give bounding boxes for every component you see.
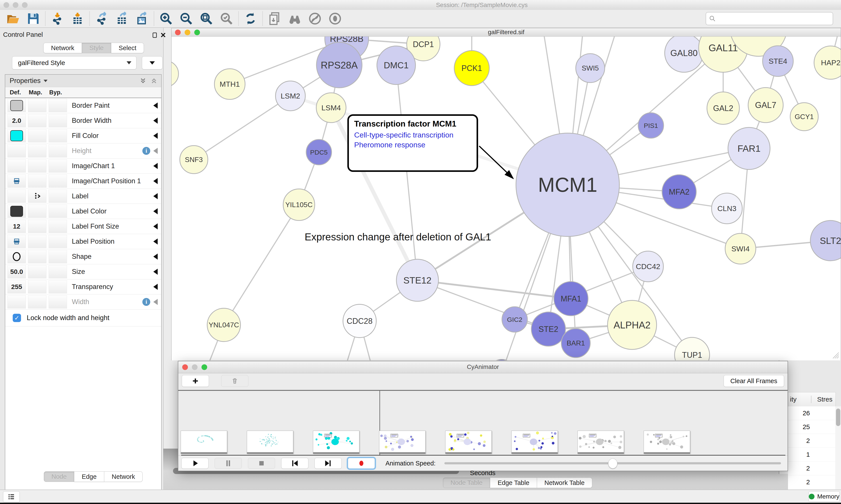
expand-property-icon[interactable] (153, 148, 158, 154)
minimize-window-icon[interactable] (192, 364, 198, 370)
duplicate-network-icon[interactable] (265, 10, 285, 27)
default-cell[interactable] (7, 235, 26, 248)
node-rps28a[interactable]: RPS28A (317, 42, 362, 88)
node-snf3[interactable]: SNF3 (180, 146, 208, 174)
binoculars-icon[interactable] (285, 10, 305, 27)
node-pck1[interactable]: PCK1 (454, 51, 489, 86)
node-gic2[interactable]: GIC2 (502, 307, 527, 332)
expand-property-icon[interactable] (153, 103, 158, 109)
show-annotations-icon[interactable] (325, 10, 345, 27)
bypass-cell[interactable] (49, 235, 67, 248)
property-row-shape[interactable]: Shape (5, 249, 161, 264)
open-folder-icon[interactable] (3, 10, 23, 27)
node-lsm4[interactable]: LSM4 (316, 93, 346, 123)
mapping-cell[interactable] (28, 235, 47, 248)
default-cell[interactable] (7, 295, 26, 308)
node-mfa2[interactable]: MFA2 (662, 175, 696, 209)
bypass-cell[interactable] (49, 205, 67, 218)
mapping-cell[interactable] (28, 175, 47, 187)
table-tab-node-table[interactable]: Node Table (443, 478, 490, 488)
zoom-window-icon[interactable] (22, 2, 28, 8)
lock-size-row[interactable]: ✓ Lock node width and height (5, 310, 161, 326)
style-selector[interactable]: galFiltered Style (12, 56, 137, 69)
default-cell[interactable] (7, 175, 26, 187)
expand-property-icon[interactable] (153, 133, 158, 139)
property-row-height[interactable]: Heighti (5, 143, 161, 159)
task-history-button[interactable] (3, 491, 20, 502)
float-panel-icon[interactable] (151, 32, 158, 38)
expand-property-icon[interactable] (153, 223, 158, 230)
expand-property-icon[interactable] (153, 269, 158, 275)
property-row-image-chart-position-1[interactable]: Image/Chart Position 1 (5, 174, 161, 189)
mapping-cell[interactable] (28, 250, 47, 263)
delete-frame-button[interactable] (221, 375, 248, 387)
property-row-border-paint[interactable]: Border Paint (5, 98, 161, 113)
close-window-icon[interactable] (182, 364, 188, 370)
mapping-cell[interactable] (28, 114, 47, 127)
bypass-cell[interactable] (49, 159, 67, 173)
add-frame-button[interactable] (182, 375, 209, 387)
table-row[interactable]: 1 (788, 448, 835, 462)
node-dmc1[interactable]: DMC1 (377, 46, 415, 85)
column-header[interactable]: ity (790, 396, 797, 403)
play-button[interactable] (181, 458, 209, 469)
frame-thumbnail-7[interactable] (644, 431, 690, 454)
zoom-selected-icon[interactable] (216, 10, 236, 27)
close-panel-icon[interactable] (160, 32, 166, 38)
node-far1[interactable]: FAR1 (728, 127, 770, 169)
animation-speed-slider[interactable] (444, 462, 781, 464)
vertical-scrollbar[interactable] (836, 409, 840, 426)
default-cell[interactable]: 2.0 (7, 114, 26, 127)
info-icon[interactable]: i (142, 147, 150, 155)
mapping-cell[interactable] (28, 205, 47, 218)
bypass-cell[interactable] (49, 114, 67, 127)
info-icon[interactable]: i (142, 298, 150, 306)
mapping-cell[interactable] (28, 220, 47, 233)
column-header[interactable]: Stres (811, 396, 836, 403)
property-row-label-position[interactable]: Label Position (5, 234, 161, 249)
annotation-link[interactable]: Cell-type-specific transcription (354, 131, 471, 139)
default-cell[interactable]: 50.0 (7, 265, 26, 278)
default-value-swatch[interactable] (10, 206, 23, 217)
default-cell[interactable] (7, 129, 26, 142)
timeline[interactable]: 0123456789 Seconds (178, 391, 788, 456)
style-tab-network[interactable]: Network (104, 471, 143, 482)
property-row-fill-color[interactable]: Fill Color (5, 128, 161, 143)
mapping-cell[interactable] (28, 280, 47, 293)
bypass-cell[interactable] (49, 129, 67, 142)
tab-select[interactable]: Select (111, 43, 144, 53)
node-gal80[interactable]: GAL80 (665, 37, 703, 72)
table-row[interactable]: 25 (788, 420, 835, 434)
annotation-box[interactable]: Transcription factor MCM1 Cell-type-spec… (347, 114, 478, 172)
tab-network[interactable]: Network (43, 43, 82, 53)
table-row[interactable]: 2 (788, 434, 835, 448)
table-row[interactable]: 2 (788, 462, 835, 475)
node-hap2[interactable]: HAP2 (814, 46, 841, 79)
node-pdc5[interactable]: PDC5 (306, 140, 332, 165)
default-cell[interactable] (7, 190, 26, 203)
slider-thumb[interactable] (608, 458, 618, 469)
node-bar1[interactable]: BAR1 (561, 329, 590, 358)
expand-property-icon[interactable] (153, 178, 158, 184)
expand-property-icon[interactable] (153, 284, 158, 290)
cyanimator-titlebar[interactable]: CyAnimator (178, 361, 788, 373)
refresh-view-icon[interactable] (240, 10, 261, 27)
frame-thumbnail-4[interactable] (445, 431, 492, 454)
node-ste2[interactable]: STE2 (531, 312, 566, 346)
annotation-link[interactable]: Pheromone response (354, 141, 471, 149)
stop-button[interactable] (248, 458, 275, 469)
zoom-fit-icon[interactable] (196, 10, 216, 27)
expand-property-icon[interactable] (153, 254, 158, 260)
property-row-image-chart-1[interactable]: Image/Chart 1 (5, 159, 161, 174)
import-network-icon[interactable] (47, 10, 68, 27)
zoom-window-icon[interactable] (194, 30, 200, 35)
bypass-cell[interactable] (49, 175, 67, 187)
expand-property-icon[interactable] (153, 118, 158, 124)
style-tab-node[interactable]: Node (44, 471, 74, 482)
pause-button[interactable] (215, 458, 242, 469)
default-cell[interactable] (7, 99, 26, 112)
bypass-cell[interactable] (49, 190, 67, 203)
node-gcy1[interactable]: GCY1 (790, 103, 818, 131)
zoom-window-icon[interactable] (201, 364, 207, 370)
default-value-swatch[interactable] (10, 130, 23, 141)
